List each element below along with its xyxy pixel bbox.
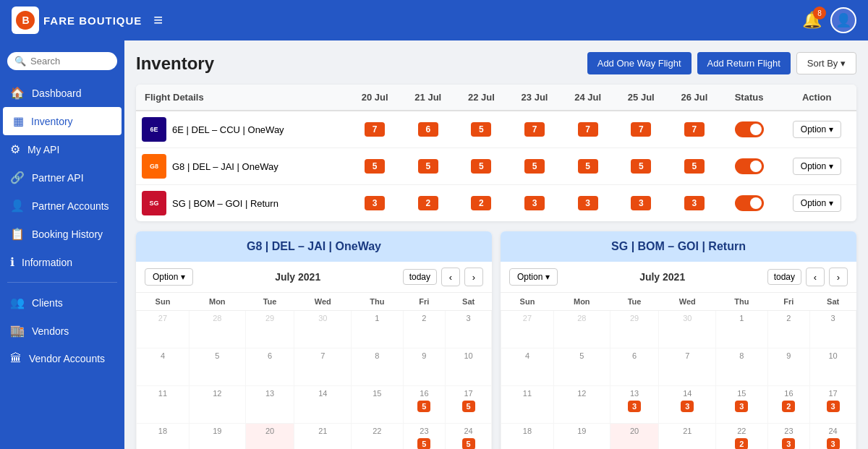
day-header: Mon <box>553 293 610 311</box>
next-btn-0[interactable]: › <box>464 268 483 286</box>
next-btn-1[interactable]: › <box>829 268 848 286</box>
sidebar-item-information[interactable]: ℹ Information <box>0 248 124 276</box>
calendar-day: 7 <box>659 348 716 386</box>
sidebar-item-vendors[interactable]: 🏬 Vendors <box>0 317 124 345</box>
flight-name-1: G8 | DEL – JAI | OneWay <box>172 161 278 172</box>
logo-text: FARE BOUTIQUE <box>43 14 142 27</box>
day-num: 5 <box>191 351 244 360</box>
sidebar-item-dashboard[interactable]: 🏠 Dashboard <box>0 79 124 107</box>
cal-month-1: July 2021 <box>639 271 685 283</box>
date-cell: 2 <box>455 185 509 222</box>
date-cell: 5 <box>455 111 509 148</box>
day-badge: 5 <box>462 438 475 449</box>
sidebar-item-partner-accounts[interactable]: 👤 Partner Accounts <box>0 192 124 220</box>
calendar-table-1: SunMonTueWedThuFriSat 27 28 29 30 1 2 <box>501 293 856 449</box>
calendar-day: 27 <box>137 311 190 348</box>
sidebar-label-dashboard: Dashboard <box>32 87 82 99</box>
page-title: Inventory <box>136 54 214 74</box>
calendar-card-1: SG | BOM – GOI | Return Option ▾ July 20… <box>501 231 856 449</box>
calendar-day: 21 <box>294 424 352 450</box>
notification-bell[interactable]: 🔔 8 <box>802 11 822 30</box>
cal-nav-1: today ‹ › <box>767 268 848 286</box>
day-num: 16 <box>770 389 809 398</box>
today-btn-1[interactable]: today <box>767 269 801 285</box>
day-num: 10 <box>447 351 490 360</box>
option-button-2[interactable]: Option ▾ <box>793 194 841 212</box>
day-badge: 3 <box>681 401 694 412</box>
prev-btn-1[interactable]: ‹ <box>806 268 825 286</box>
day-num: 2 <box>405 314 444 322</box>
day-badge: 5 <box>417 401 430 412</box>
header-actions: Add One Way Flight Add Return Flight Sor… <box>587 52 856 74</box>
day-num: 18 <box>503 427 552 435</box>
sidebar-label-clients: Clients <box>32 297 63 309</box>
cal-option-btn-1[interactable]: Option ▾ <box>509 268 558 286</box>
calendar-day: 1 <box>716 311 767 348</box>
today-btn-0[interactable]: today <box>403 269 437 285</box>
calendar-day: 16 5 <box>403 386 446 424</box>
calendar-day: 20 <box>610 424 659 450</box>
date-cell: 7 <box>614 111 668 148</box>
avatar[interactable]: 👤 <box>830 7 856 33</box>
sort-by-button[interactable]: Sort By ▾ <box>796 52 856 74</box>
day-num: 30 <box>296 314 349 322</box>
status-toggle-0[interactable] <box>735 121 764 137</box>
col-header-5: 24 Jul <box>561 85 615 111</box>
airline-logo-1: G8 <box>142 154 166 179</box>
status-toggle-1[interactable] <box>735 158 764 174</box>
prev-btn-0[interactable]: ‹ <box>441 268 460 286</box>
sidebar-item-vendor-accounts[interactable]: 🏛 Vendor Accounts <box>0 345 124 372</box>
calendar-day: 24 3 <box>810 424 856 450</box>
svg-text:B: B <box>22 14 29 26</box>
calendar-day: 23 3 <box>767 424 810 450</box>
date-badge: 5 <box>578 159 598 174</box>
sidebar-item-booking-history[interactable]: 📋 Booking History <box>0 220 124 248</box>
calendar-day: 15 3 <box>716 386 767 424</box>
status-toggle-2[interactable] <box>735 195 764 211</box>
option-button-1[interactable]: Option ▾ <box>793 158 841 175</box>
sidebar-item-my-api[interactable]: ⚙ My API <box>0 135 124 163</box>
day-num: 12 <box>191 389 244 398</box>
calendar-day: 10 <box>446 348 492 386</box>
sidebar-item-clients[interactable]: 👥 Clients <box>0 288 124 317</box>
day-badge: 5 <box>417 438 430 449</box>
day-num: 18 <box>138 427 187 435</box>
add-return-button[interactable]: Add Return Flight <box>697 52 791 74</box>
calendar-day: 5 <box>553 348 610 386</box>
partner-accounts-icon: 👤 <box>10 199 25 213</box>
col-header-1: 20 Jul <box>348 85 401 111</box>
day-header: Thu <box>352 293 403 311</box>
sidebar-item-partner-api[interactable]: 🔗 Partner API <box>0 163 124 192</box>
day-num: 21 <box>660 427 714 435</box>
day-header: Sat <box>446 293 492 311</box>
date-cell: 3 <box>561 185 615 222</box>
day-num: 21 <box>296 427 349 435</box>
cal-option-btn-0[interactable]: Option ▾ <box>145 268 193 286</box>
search-input[interactable] <box>30 56 110 67</box>
cal-title-0: G8 | DEL – JAI | OneWay <box>136 231 492 262</box>
action-cell-2: Option ▾ <box>777 185 856 222</box>
calendar-day: 13 <box>245 386 294 424</box>
day-num: 11 <box>503 389 552 398</box>
calendar-day: 18 <box>501 424 554 450</box>
col-header-4: 23 Jul <box>508 85 561 111</box>
search-box[interactable]: 🔍 <box>7 52 117 70</box>
day-badge: 3 <box>628 401 641 412</box>
sidebar-item-inventory[interactable]: ▦ Inventory <box>3 107 122 135</box>
calendar-day: 23 5 <box>403 424 446 450</box>
day-header: Thu <box>716 293 767 311</box>
logo-icon: B <box>12 7 39 34</box>
calendar-day: 19 <box>553 424 610 450</box>
calendar-day: 20 <box>245 424 294 450</box>
day-num: 28 <box>556 314 608 322</box>
add-one-way-button[interactable]: Add One Way Flight <box>587 52 692 74</box>
table-row: G8 G8 | DEL – JAI | OneWay 5555555Option… <box>136 148 856 185</box>
date-badge: 7 <box>578 122 598 137</box>
calendar-card-0: G8 | DEL – JAI | OneWay Option ▾ July 20… <box>136 231 492 449</box>
cal-nav-0: today ‹ › <box>403 268 483 286</box>
day-num: 9 <box>770 351 809 360</box>
option-button-0[interactable]: Option ▾ <box>793 121 841 138</box>
day-num: 10 <box>812 351 854 360</box>
hamburger-icon[interactable]: ≡ <box>153 11 163 30</box>
sidebar-label-information: Information <box>22 257 72 268</box>
